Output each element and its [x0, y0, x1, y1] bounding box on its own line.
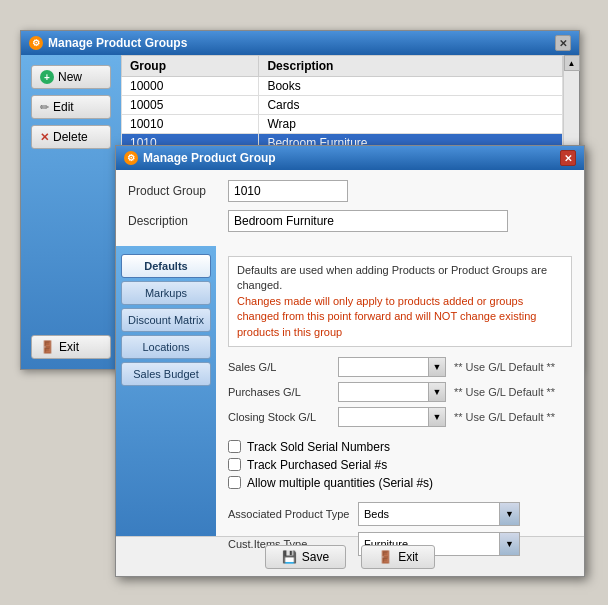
table-row[interactable]: 10010Wrap — [122, 115, 563, 134]
info-warning-text: Changes made will only apply to products… — [237, 295, 536, 338]
section-divider-1 — [228, 432, 572, 440]
bg-close-btn[interactable]: ✕ — [555, 35, 571, 51]
checkbox-container: Track Sold Serial Numbers Track Purchase… — [228, 440, 572, 490]
delete-label: Delete — [53, 130, 88, 144]
new-label: New — [58, 70, 82, 84]
checkbox-label-2: Allow multiple quantities (Serial #s) — [247, 476, 433, 490]
gl-input-2[interactable] — [338, 407, 428, 427]
product-group-row: Product Group — [128, 180, 572, 202]
tab-panel: Defaults Markups Discount Matrix Locatio… — [116, 246, 216, 536]
gl-input-0[interactable] — [338, 357, 428, 377]
description-label: Description — [128, 214, 228, 228]
exit-icon-bg: 🚪 — [40, 340, 55, 354]
gl-row-0: Sales G/L ▼ ** Use G/L Default ** — [228, 357, 572, 377]
checkbox-label-1: Track Purchased Serial #s — [247, 458, 387, 472]
gl-value-0: ** Use G/L Default ** — [454, 361, 555, 373]
edit-button[interactable]: ✏ Edit — [31, 95, 111, 119]
col-group: Group — [122, 56, 259, 77]
assoc-dropdown-btn-0[interactable]: ▼ — [499, 503, 519, 525]
tab-locations[interactable]: Locations — [121, 335, 211, 359]
group-cell: 10000 — [122, 77, 259, 96]
checkbox-1[interactable] — [228, 458, 241, 471]
checkbox-row-2: Allow multiple quantities (Serial #s) — [228, 476, 572, 490]
info-normal-text: Defaults are used when adding Products o… — [237, 264, 547, 291]
fg-main-content: Defaults are used when adding Products o… — [216, 246, 584, 536]
gl-label-2: Closing Stock G/L — [228, 411, 338, 423]
group-cell: 10005 — [122, 96, 259, 115]
gl-value-1: ** Use G/L Default ** — [454, 386, 555, 398]
new-button[interactable]: + New — [31, 65, 111, 89]
tab-markups[interactable]: Markups — [121, 281, 211, 305]
x-icon: ✕ — [40, 131, 49, 144]
plus-icon: + — [40, 70, 54, 84]
fg-title-icon: ⚙ — [124, 151, 138, 165]
fg-top-form: Product Group Description — [116, 170, 584, 246]
gl-label-1: Purchases G/L — [228, 386, 338, 398]
save-icon: 💾 — [282, 550, 297, 564]
save-button[interactable]: 💾 Save — [265, 545, 346, 569]
assoc-dropdown-btn-1[interactable]: ▼ — [499, 533, 519, 555]
gl-select-2: ▼ — [338, 407, 446, 427]
checkbox-0[interactable] — [228, 440, 241, 453]
col-description: Description — [259, 56, 563, 77]
fg-middle: Defaults Markups Discount Matrix Locatio… — [116, 246, 584, 536]
table-row[interactable]: 10000Books — [122, 77, 563, 96]
checkbox-row-0: Track Sold Serial Numbers — [228, 440, 572, 454]
fg-title-bar: ⚙ Manage Product Group ✕ — [116, 146, 584, 170]
bg-title-bar: ⚙ Manage Product Groups ✕ — [21, 31, 579, 55]
assoc-select-0: ▼ — [358, 502, 520, 526]
product-group-label: Product Group — [128, 184, 228, 198]
gl-rows-container: Sales G/L ▼ ** Use G/L Default ** Purcha… — [228, 357, 572, 427]
fg-exit-button[interactable]: 🚪 Exit — [361, 545, 435, 569]
bg-left-panel: + New ✏ Edit ✕ Delete 🚪 Exit — [21, 55, 121, 369]
scroll-up-arrow[interactable]: ▲ — [564, 55, 580, 71]
manage-product-group-window: ⚙ Manage Product Group ✕ Product Group D… — [115, 145, 585, 577]
tab-sales-budget[interactable]: Sales Budget — [121, 362, 211, 386]
bg-title-icon: ⚙ — [29, 36, 43, 50]
desc-cell: Wrap — [259, 115, 563, 134]
checkbox-label-0: Track Sold Serial Numbers — [247, 440, 390, 454]
gl-dropdown-btn-1[interactable]: ▼ — [428, 382, 446, 402]
gl-value-2: ** Use G/L Default ** — [454, 411, 555, 423]
fg-window-title: Manage Product Group — [143, 151, 276, 165]
pencil-icon: ✏ — [40, 101, 49, 114]
save-label: Save — [302, 550, 329, 564]
desc-cell: Cards — [259, 96, 563, 115]
checkbox-2[interactable] — [228, 476, 241, 489]
fg-close-btn[interactable]: ✕ — [560, 150, 576, 166]
gl-row-1: Purchases G/L ▼ ** Use G/L Default ** — [228, 382, 572, 402]
gl-row-2: Closing Stock G/L ▼ ** Use G/L Default *… — [228, 407, 572, 427]
gl-select-1: ▼ — [338, 382, 446, 402]
tab-discount-matrix[interactable]: Discount Matrix — [121, 308, 211, 332]
tab-defaults[interactable]: Defaults — [121, 254, 211, 278]
assoc-label-0: Associated Product Type — [228, 508, 358, 520]
delete-button[interactable]: ✕ Delete — [31, 125, 111, 149]
description-input[interactable] — [228, 210, 508, 232]
fg-exit-label: Exit — [398, 550, 418, 564]
assoc-row-0: Associated Product Type ▼ — [228, 502, 572, 526]
gl-dropdown-btn-0[interactable]: ▼ — [428, 357, 446, 377]
bg-exit-button[interactable]: 🚪 Exit — [31, 335, 111, 359]
bg-window-title: Manage Product Groups — [48, 36, 187, 50]
product-group-input[interactable] — [228, 180, 348, 202]
gl-label-0: Sales G/L — [228, 361, 338, 373]
edit-label: Edit — [53, 100, 74, 114]
gl-dropdown-btn-2[interactable]: ▼ — [428, 407, 446, 427]
assoc-value-input-0[interactable] — [359, 503, 499, 525]
checkbox-row-1: Track Purchased Serial #s — [228, 458, 572, 472]
description-row: Description — [128, 210, 572, 232]
gl-select-0: ▼ — [338, 357, 446, 377]
gl-input-1[interactable] — [338, 382, 428, 402]
table-row[interactable]: 10005Cards — [122, 96, 563, 115]
info-box: Defaults are used when adding Products o… — [228, 256, 572, 347]
fg-exit-icon: 🚪 — [378, 550, 393, 564]
section-divider-2 — [228, 494, 572, 502]
desc-cell: Books — [259, 77, 563, 96]
group-cell: 10010 — [122, 115, 259, 134]
exit-label: Exit — [59, 340, 79, 354]
